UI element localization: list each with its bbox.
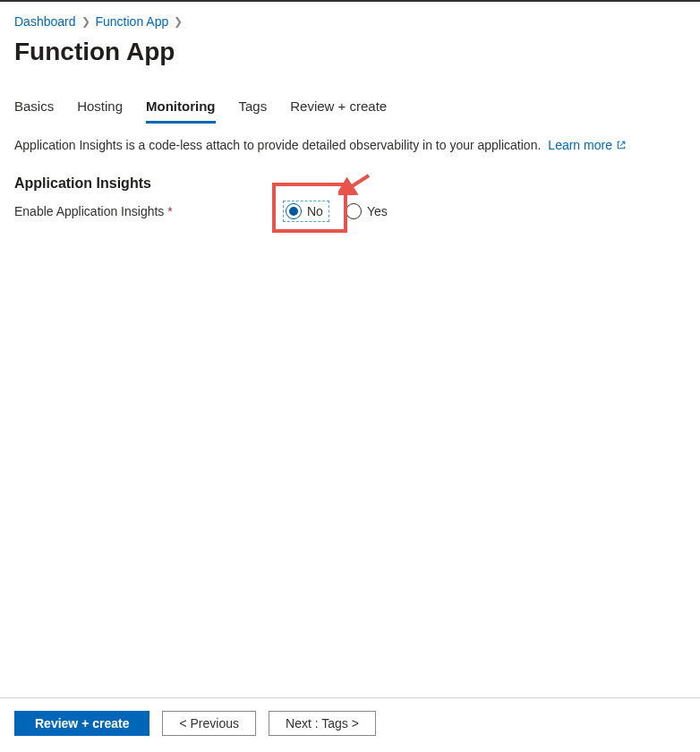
field-enable-app-insights: Enable Application Insights * No Yes [14,201,686,222]
tab-monitoring[interactable]: Monitoring [146,98,215,124]
radio-icon [286,203,302,219]
radio-label-no: No [307,204,323,218]
monitoring-description: Application Insights is a code-less atta… [14,138,541,152]
radio-icon [346,203,362,219]
tab-tags[interactable]: Tags [239,98,268,124]
previous-button[interactable]: < Previous [162,711,256,736]
chevron-right-icon: ❯ [81,15,90,28]
breadcrumb-dashboard[interactable]: Dashboard [14,14,76,29]
learn-more-label: Learn more [548,138,612,152]
field-label-text: Enable Application Insights [14,204,164,218]
footer: Review + create < Previous Next : Tags > [0,697,700,752]
next-button[interactable]: Next : Tags > [269,711,376,736]
learn-more-link[interactable]: Learn more [548,138,627,152]
tabs: Basics Hosting Monitoring Tags Review + … [14,98,686,124]
tab-basics[interactable]: Basics [14,98,54,124]
chevron-right-icon: ❯ [174,15,183,28]
breadcrumb: Dashboard ❯ Function App ❯ [14,14,686,29]
breadcrumb-function-app[interactable]: Function App [96,14,169,29]
tab-hosting[interactable]: Hosting [77,98,123,124]
section-heading-app-insights: Application Insights [14,175,686,192]
radio-option-yes[interactable]: Yes [346,203,388,219]
external-link-icon [616,140,627,150]
required-asterisk: * [167,204,172,218]
tab-review-create[interactable]: Review + create [290,98,387,124]
radio-label-yes: Yes [367,204,388,218]
radio-group-enable-app-insights: No Yes [283,201,388,222]
review-create-button[interactable]: Review + create [14,711,149,736]
page-title: Function App [14,38,686,66]
radio-option-no[interactable]: No [283,201,329,222]
